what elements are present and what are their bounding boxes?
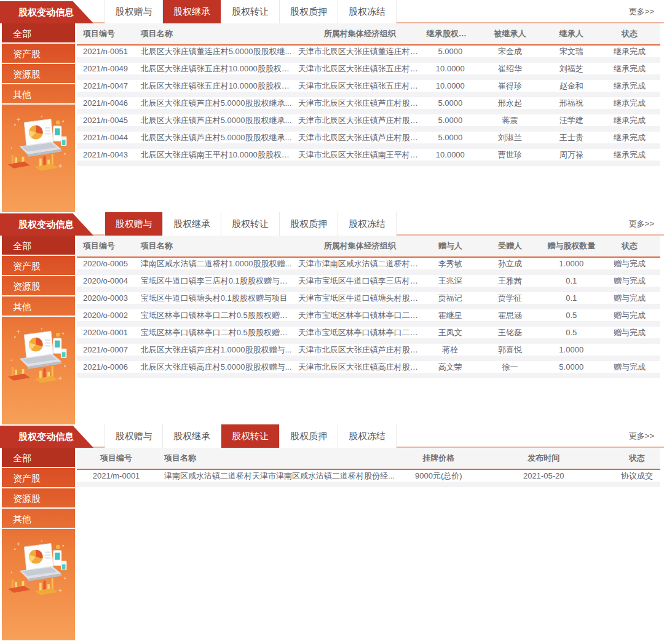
- data-table: 项目编号项目名称挂牌价格发布时间状态 2021/m-0001津南区咸水沽镇二道桥…: [77, 448, 664, 640]
- sidebar-item-other[interactable]: 其他: [2, 296, 75, 317]
- sidebar-item-all[interactable]: 全部: [2, 23, 75, 44]
- cell: 天津市北辰区大张庄镇高庄村股份...: [296, 362, 424, 373]
- cell: 0.5: [543, 311, 599, 320]
- more-link[interactable]: 更多>>: [629, 0, 654, 23]
- cell: 继承完成: [599, 115, 660, 126]
- cell: 天津市北辰区大张庄镇张五庄村股...: [296, 63, 424, 74]
- table-row[interactable]: 2020/o-0001宝坻区林亭口镇林亭口二村0.5股股权赠与...天津市宝坻区…: [77, 327, 660, 344]
- cell: 继承完成: [599, 149, 660, 161]
- laptop-chart-illustration-icon: [2, 105, 75, 212]
- sidebar-item-asset-shares[interactable]: 资产股: [2, 468, 75, 488]
- sidebar: 全部资产股资源股其他: [2, 236, 75, 424]
- tab-equity-pledge[interactable]: 股权质押: [280, 212, 338, 236]
- header-cell: 继承股权数量: [424, 28, 476, 39]
- cell: 赠与完成: [599, 327, 660, 338]
- sidebar-item-resource-shares[interactable]: 资源股: [2, 276, 75, 296]
- cell: 徐一: [476, 362, 543, 373]
- tab-equity-gift[interactable]: 股权赠与: [105, 0, 163, 23]
- cell: 曹世珍: [476, 149, 543, 161]
- table-row[interactable]: 2020/o-0004宝坻区牛道口镇李三店村0.1股股权赠与项目天津市宝坻区牛道…: [77, 275, 660, 292]
- tab-equity-freeze[interactable]: 股权冻结: [338, 212, 397, 236]
- table-row[interactable]: 2021/n-0045北辰区大张庄镇芦庄村5.0000股股权继承...天津市北辰…: [77, 114, 660, 132]
- table-row[interactable]: 2021/n-0043北辰区大张庄镇南王平村10.0000股股权继...天津市北…: [77, 149, 660, 166]
- cell: 邢福祝: [543, 98, 599, 109]
- table-row[interactable]: 2021/n-0047北辰区大张庄镇张五庄村10.0000股股权继...天津市北…: [77, 80, 660, 97]
- tab-equity-transfer[interactable]: 股权转让: [221, 212, 280, 236]
- data-table: 项目编号项目名称所属村集体经济组织赠与人受赠人赠与股权数量状态 2020/o-0…: [77, 236, 664, 424]
- section-header: 股权变动信息 股权赠与股权继承股权转让股权质押股权冻结 更多>>: [0, 424, 664, 448]
- header-cell: 项目名称: [138, 28, 296, 39]
- cell: 继承完成: [599, 63, 660, 74]
- cell: 孙立成: [476, 258, 543, 269]
- section-body: 全部资产股资源股其他 项目编号项目名称所属村集体经济组织赠与人受赠人赠与股权数量…: [0, 236, 664, 424]
- tab-bar: 股权赠与股权继承股权转让股权质押股权冻结: [105, 424, 664, 448]
- cell: 1.0000: [543, 259, 599, 268]
- cell: 赠与完成: [599, 362, 660, 373]
- tab-equity-freeze[interactable]: 股权冻结: [338, 424, 397, 448]
- table-row[interactable]: 2021/n-0044北辰区大张庄镇芦庄村5.0000股股权继承...天津市北辰…: [77, 132, 660, 149]
- sidebar-item-other[interactable]: 其他: [2, 84, 75, 105]
- cell: 2020/o-0005: [77, 259, 138, 268]
- table-body: 2021/n-0051北辰区大张庄镇董连庄村5.0000股股权继...天津市北辰…: [77, 46, 660, 166]
- header-cell: 项目编号: [77, 453, 156, 464]
- cell: 天津市北辰区大张庄镇芦庄村股份...: [296, 344, 424, 356]
- table-row[interactable]: 2021/m-0001津南区咸水沽镇二道桥村天津市津南区咸水沽镇二道桥村股份经.…: [77, 470, 660, 487]
- tab-equity-pledge[interactable]: 股权质押: [280, 0, 338, 23]
- tab-equity-inherit[interactable]: 股权继承: [163, 424, 221, 448]
- cell: 王兆深: [424, 276, 476, 287]
- table-row[interactable]: 2021/n-0049北辰区大张庄镇张五庄村10.0000股股权继...天津市北…: [77, 63, 660, 80]
- sidebar-item-resource-shares[interactable]: 资源股: [2, 488, 75, 509]
- table-row[interactable]: 2020/o-0003宝坻区牛道口镇塘头村0.1股股权赠与项目天津市宝坻区牛道口…: [77, 292, 660, 309]
- sidebar-item-asset-shares[interactable]: 资产股: [2, 256, 75, 276]
- table-row[interactable]: 2021/n-0046北辰区大张庄镇芦庄村5.0000股股权继承...天津市北辰…: [77, 97, 660, 114]
- more-link[interactable]: 更多>>: [629, 424, 654, 448]
- cell: 5.0000: [424, 98, 476, 108]
- tab-equity-transfer[interactable]: 股权转让: [221, 0, 280, 23]
- cell: 10.0000: [424, 81, 476, 90]
- table-row[interactable]: 2021/n-0051北辰区大张庄镇董连庄村5.0000股股权继...天津市北辰…: [77, 46, 660, 63]
- cell: 5.0000: [424, 47, 476, 56]
- cell: 0.5: [543, 328, 599, 337]
- tab-equity-inherit[interactable]: 股权继承: [163, 0, 221, 23]
- tab-equity-gift[interactable]: 股权赠与: [105, 424, 163, 448]
- header-cell: 状态: [599, 241, 660, 252]
- table-row[interactable]: 2021/o-0006北辰区大张庄镇高庄村5.0000股股权赠与...天津市北辰…: [77, 361, 660, 378]
- table-row[interactable]: 2020/o-0002宝坻区林亭口镇林亭口二村0.5股股权赠与...天津市宝坻区…: [77, 309, 660, 327]
- cell: 天津市宝坻区林亭口镇林亭口二村...: [296, 327, 424, 338]
- cell: 周万禄: [543, 149, 599, 161]
- table-row[interactable]: 2021/o-0007北辰区大张庄镇芦庄村1.0000股股权赠与...天津市北辰…: [77, 344, 660, 361]
- tab-equity-freeze[interactable]: 股权冻结: [338, 0, 397, 23]
- table-body: 2020/o-0005津南区咸水沽镇二道桥村1.0000股股权赠...天津市津南…: [77, 258, 660, 378]
- section-header: 股权变动信息 股权赠与股权继承股权转让股权质押股权冻结 更多>>: [0, 212, 664, 236]
- cell: 赠与完成: [599, 276, 660, 287]
- sidebar-item-other[interactable]: 其他: [2, 509, 75, 529]
- cell: 2021/o-0006: [77, 362, 138, 372]
- cell: 0.1: [543, 293, 599, 303]
- table-row[interactable]: 2020/o-0005津南区咸水沽镇二道桥村1.0000股股权赠...天津市津南…: [77, 258, 660, 275]
- cell: 蒋栓: [424, 344, 476, 356]
- tab-equity-transfer[interactable]: 股权转让: [221, 424, 280, 448]
- cell: 继承完成: [599, 132, 660, 143]
- sidebar-item-asset-shares[interactable]: 资产股: [2, 44, 75, 64]
- tab-equity-pledge[interactable]: 股权质押: [280, 424, 338, 448]
- cell: 李秀敏: [424, 258, 476, 269]
- cell: 刘淑兰: [476, 132, 543, 143]
- sidebar-item-resource-shares[interactable]: 资源股: [2, 64, 75, 84]
- cell: 赵金和: [543, 81, 599, 92]
- cell: 天津市北辰区大张庄镇董连庄村股...: [296, 46, 424, 57]
- header-cell: 项目名称: [138, 241, 296, 252]
- tab-equity-gift[interactable]: 股权赠与: [105, 212, 163, 236]
- cell: 天津市北辰区大张庄镇芦庄村股份...: [296, 115, 424, 126]
- sidebar-item-all[interactable]: 全部: [2, 236, 75, 256]
- cell: 天津市北辰区大张庄镇张五庄村股...: [296, 81, 424, 92]
- sidebar-item-all[interactable]: 全部: [2, 448, 75, 468]
- more-link[interactable]: 更多>>: [629, 212, 654, 236]
- sidebar-nav: 全部资产股资源股其他: [2, 448, 75, 529]
- cell: 继承完成: [599, 46, 660, 57]
- tab-equity-inherit[interactable]: 股权继承: [163, 212, 221, 236]
- cell: 2021/n-0051: [77, 47, 138, 56]
- table-body: 2021/m-0001津南区咸水沽镇二道桥村天津市津南区咸水沽镇二道桥村股份经.…: [77, 470, 660, 487]
- cell: 宝坻区牛道口镇李三店村0.1股股权赠与项目: [138, 276, 296, 287]
- cell: 北辰区大张庄镇张五庄村10.0000股股权继...: [138, 63, 296, 74]
- cell: 2021/n-0044: [77, 133, 138, 142]
